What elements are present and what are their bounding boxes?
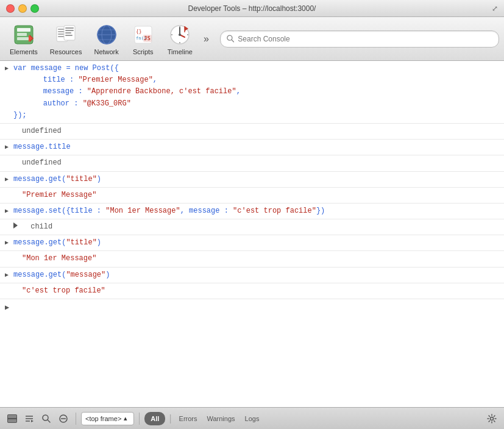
entry-arrow: ▶ (5, 271, 9, 280)
filter-all-button[interactable]: All (144, 412, 165, 425)
console-entry: ▶ message.title (0, 140, 504, 155)
console-prompt[interactable]: ▶ (0, 299, 504, 303)
console-entry: "Mon 1er Message" (0, 251, 504, 267)
minimize-button[interactable] (18, 4, 27, 13)
svg-rect-1 (17, 28, 30, 32)
prompt-arrow: ▶ (5, 302, 9, 314)
svg-rect-15 (65, 35, 73, 36)
dock-icon[interactable] (5, 411, 20, 426)
search-icon (227, 35, 234, 43)
console-entry: ▶ message.get("title") (0, 172, 504, 188)
more-tools-button[interactable]: » (200, 34, 213, 44)
filter-logs-label[interactable]: Logs (241, 414, 263, 424)
console-entry: ▶ message.get("title") (0, 235, 504, 251)
svg-rect-2 (17, 33, 27, 36)
resources-label: Resources (50, 48, 82, 55)
window-title: Developer Tools – http://localhost:3000/ (188, 4, 316, 13)
console-entry: ▶ message.get("message") (0, 268, 504, 283)
console-entry[interactable]: child (0, 219, 504, 235)
entry-arrow: ▶ (5, 143, 9, 152)
settings-area (484, 411, 499, 426)
timeline-label: Timeline (168, 48, 193, 55)
svg-point-31 (179, 34, 181, 36)
toolbar: Elements Resources (0, 17, 504, 61)
execute-icon[interactable] (22, 411, 37, 426)
divider (76, 413, 76, 425)
search-bottom-icon[interactable] (39, 411, 54, 426)
child-label: child (30, 222, 52, 231)
elements-label: Elements (10, 48, 38, 55)
window-controls (6, 4, 39, 13)
elements-icon (12, 23, 36, 47)
svg-rect-9 (58, 34, 64, 35)
svg-text:{}: {} (136, 29, 142, 35)
network-label: Network (94, 48, 118, 55)
filter-warnings-label[interactable]: Warnings (204, 414, 239, 424)
search-input[interactable] (238, 35, 492, 43)
console-entry: ▶ var message = new Post({ title : "Prem… (0, 61, 504, 124)
scripts-label: Scripts (133, 48, 154, 55)
entry-arrow: ▶ (5, 175, 9, 185)
entry-arrow: ▶ (5, 207, 9, 216)
scripts-icon: {} fn() JS (131, 23, 155, 47)
console-entry: undefined (0, 155, 504, 171)
settings-icon[interactable] (484, 411, 499, 426)
console-output: ▶ var message = new Post({ title : "Prem… (0, 61, 504, 407)
expand-triangle[interactable] (13, 222, 18, 229)
tab-network[interactable]: Network (89, 20, 123, 58)
tab-scripts[interactable]: {} fn() JS Scripts (126, 20, 160, 58)
entry-arrow: ▶ (5, 238, 9, 248)
divider (139, 413, 140, 425)
search-box (220, 30, 499, 48)
frame-selector[interactable]: <top frame> ▴ (81, 412, 134, 425)
console-entry: ▶ message.set({title : "Mon 1er Message"… (0, 204, 504, 219)
tab-elements[interactable]: Elements (5, 20, 43, 58)
clear-icon[interactable] (56, 411, 71, 426)
tab-resources[interactable]: Resources (45, 20, 87, 58)
entry-arrow: ▶ (5, 64, 9, 74)
filter-errors-label[interactable]: Errors (176, 414, 201, 424)
svg-rect-41 (8, 415, 16, 418)
timeline-icon (168, 23, 192, 47)
console-entry: undefined (0, 124, 504, 140)
expand-icon[interactable]: ⤢ (492, 4, 498, 13)
console-entry: "Premier Message" (0, 188, 504, 204)
console-entry: "c'est trop facile" (0, 283, 504, 299)
svg-point-51 (491, 417, 494, 420)
svg-line-39 (232, 40, 234, 42)
tab-timeline[interactable]: Timeline (163, 20, 197, 58)
svg-rect-42 (8, 419, 16, 422)
svg-marker-46 (31, 420, 34, 422)
bottom-bar: <top frame> ▴ All | Errors Warnings Logs (0, 407, 504, 429)
network-icon (94, 23, 119, 47)
svg-rect-13 (65, 30, 74, 31)
resources-icon (54, 23, 78, 47)
svg-rect-14 (65, 32, 71, 34)
svg-rect-12 (65, 27, 74, 29)
frame-dropdown-arrow: ▴ (124, 414, 127, 422)
title-bar: Developer Tools – http://localhost:3000/… (0, 0, 504, 17)
maximize-button[interactable] (30, 4, 39, 13)
close-button[interactable] (6, 4, 15, 13)
svg-rect-3 (17, 37, 29, 40)
svg-text:JS: JS (144, 35, 151, 41)
svg-line-48 (48, 420, 50, 422)
